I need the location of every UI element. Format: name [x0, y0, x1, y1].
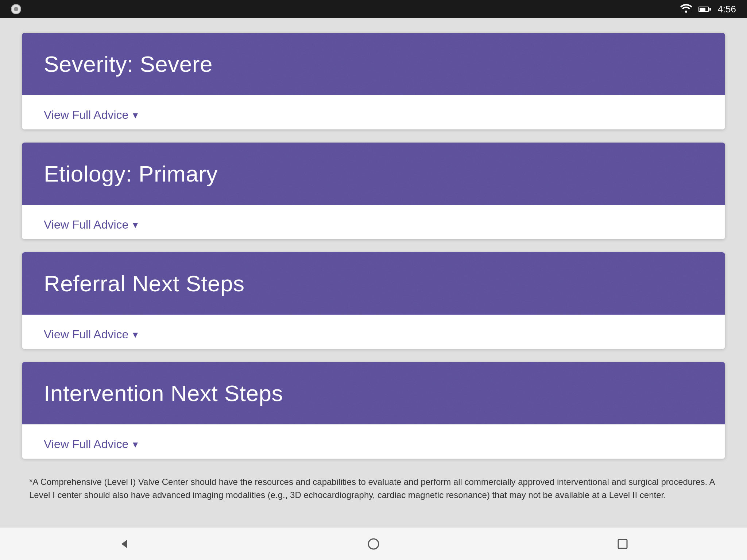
etiology-card-header: Etiology: Primary: [22, 143, 725, 205]
referral-card-title: Referral Next Steps: [44, 271, 245, 296]
nav-bar: [0, 527, 747, 560]
wifi-icon: [680, 3, 692, 15]
severity-card-title: Severity: Severe: [44, 51, 213, 77]
etiology-card: Etiology: Primary View Full Advice ▾: [22, 143, 725, 239]
intervention-card: Intervention Next Steps View Full Advice…: [22, 362, 725, 459]
etiology-view-full-advice-button[interactable]: View Full Advice ▾: [22, 205, 725, 239]
referral-advice-label: View Full Advice: [44, 328, 128, 341]
svg-marker-0: [121, 540, 127, 548]
etiology-card-title: Etiology: Primary: [44, 161, 218, 186]
severity-card-header: Severity: Severe: [22, 33, 725, 95]
intervention-card-header: Intervention Next Steps: [22, 362, 725, 424]
severity-view-full-advice-button[interactable]: View Full Advice ▾: [22, 95, 725, 129]
intervention-advice-arrow: ▾: [133, 438, 138, 450]
svg-rect-2: [618, 540, 627, 548]
severity-advice-arrow: ▾: [133, 109, 138, 121]
intervention-advice-label: View Full Advice: [44, 438, 128, 451]
referral-advice-arrow: ▾: [133, 328, 138, 341]
main-content: Severity: Severe View Full Advice ▾ Etio…: [0, 18, 747, 527]
intervention-card-title: Intervention Next Steps: [44, 381, 283, 406]
referral-view-full-advice-button[interactable]: View Full Advice ▾: [22, 315, 725, 349]
intervention-view-full-advice-button[interactable]: View Full Advice ▾: [22, 424, 725, 459]
home-button[interactable]: [363, 533, 384, 555]
battery-icon: [698, 7, 711, 12]
referral-card-header: Referral Next Steps: [22, 252, 725, 315]
svg-point-1: [368, 539, 379, 549]
severity-card: Severity: Severe View Full Advice ▾: [22, 33, 725, 129]
footer-note: *A Comprehensive (Level I) Valve Center …: [22, 472, 725, 513]
recents-button[interactable]: [612, 533, 634, 555]
etiology-advice-label: View Full Advice: [44, 218, 128, 232]
status-bar-right: 4:56: [680, 3, 736, 15]
status-bar: 4:56: [0, 0, 747, 18]
record-dot-icon: [11, 4, 21, 14]
referral-card: Referral Next Steps View Full Advice ▾: [22, 252, 725, 349]
status-bar-left: [11, 4, 21, 14]
status-time: 4:56: [717, 4, 736, 15]
etiology-advice-arrow: ▾: [133, 219, 138, 231]
back-button[interactable]: [113, 533, 135, 555]
severity-advice-label: View Full Advice: [44, 108, 128, 122]
